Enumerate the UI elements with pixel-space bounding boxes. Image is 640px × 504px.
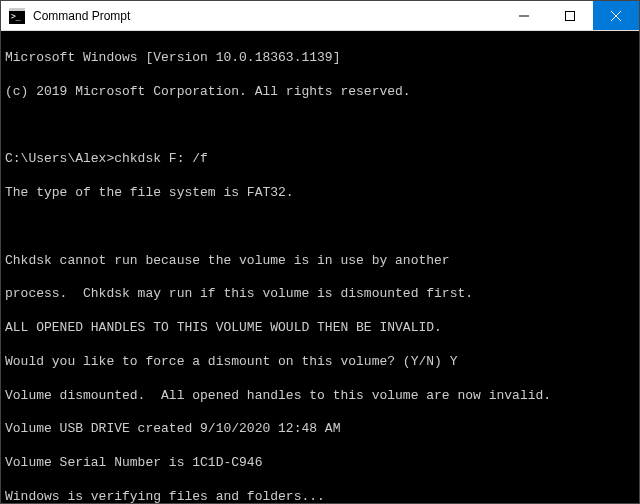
console-output[interactable]: Microsoft Windows [Version 10.0.18363.11…	[1, 31, 639, 503]
prompt-line: C:\Users\Alex>chkdsk F: /f	[5, 151, 635, 168]
output-line: The type of the file system is FAT32.	[5, 185, 635, 202]
svg-text:>_: >_	[11, 12, 21, 21]
titlebar[interactable]: >_ Command Prompt	[1, 1, 639, 31]
output-line	[5, 117, 635, 134]
output-line	[5, 219, 635, 236]
output-line: (c) 2019 Microsoft Corporation. All righ…	[5, 84, 635, 101]
app-icon: >_	[9, 8, 25, 24]
svg-rect-4	[566, 11, 575, 20]
command: chkdsk F: /f	[114, 151, 208, 166]
maximize-button[interactable]	[547, 1, 593, 30]
minimize-button[interactable]	[501, 1, 547, 30]
output-line: Would you like to force a dismount on th…	[5, 354, 635, 371]
output-line: Chkdsk cannot run because the volume is …	[5, 253, 635, 270]
command-prompt-window: >_ Command Prompt Microsoft Windows [Ver…	[0, 0, 640, 504]
output-line: Volume dismounted. All opened handles to…	[5, 388, 635, 405]
output-line: Windows is verifying files and folders..…	[5, 489, 635, 503]
output-line: Microsoft Windows [Version 10.0.18363.11…	[5, 50, 635, 67]
output-line: Volume USB DRIVE created 9/10/2020 12:48…	[5, 421, 635, 438]
output-line: ALL OPENED HANDLES TO THIS VOLUME WOULD …	[5, 320, 635, 337]
window-controls	[501, 1, 639, 30]
close-button[interactable]	[593, 1, 639, 30]
svg-rect-1	[9, 8, 25, 11]
output-line: Volume Serial Number is 1C1D-C946	[5, 455, 635, 472]
window-title: Command Prompt	[33, 9, 501, 23]
output-line: process. Chkdsk may run if this volume i…	[5, 286, 635, 303]
prompt: C:\Users\Alex>	[5, 151, 114, 166]
